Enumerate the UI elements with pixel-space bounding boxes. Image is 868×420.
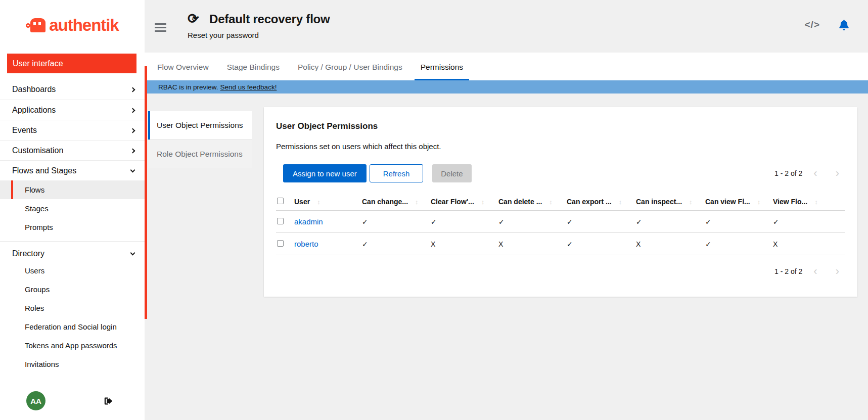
user-object-permissions-card: User Object Permissions Permissions set … (264, 107, 857, 297)
flow-gear-icon: ⟳ ⚙ (188, 12, 202, 26)
sidebar-item-users[interactable]: Users (0, 261, 145, 280)
card-title: User Object Permissions (276, 121, 845, 131)
select-all-checkbox[interactable] (277, 198, 284, 204)
column-header-view-flow: View Flo... (773, 198, 807, 206)
pagination-prev-icon[interactable]: ‹ (813, 170, 817, 177)
authentik-logo-text: authentik (49, 16, 119, 35)
row-checkbox[interactable] (277, 240, 284, 247)
sidebar-item-stages[interactable]: Stages (0, 199, 145, 218)
sort-icon[interactable]: ↕ (481, 198, 485, 206)
pagination-next-icon[interactable]: › (836, 268, 839, 275)
pagination-label: 1 - 2 of 2 (774, 169, 802, 177)
main-area: ⟳ ⚙ Default recovery flow Reset your pas… (145, 0, 868, 420)
tab-permissions[interactable]: Permissions (415, 63, 469, 80)
sidebar: authentik User interface Dashboards Appl… (0, 0, 145, 420)
chevron-right-icon (130, 148, 135, 153)
sidebar-item-tokens-and-app-passwords[interactable]: Tokens and App passwords (0, 336, 145, 355)
chevron-right-icon (130, 87, 135, 92)
notifications-bell-icon[interactable] (839, 20, 849, 30)
user-link-roberto[interactable]: roberto (294, 240, 318, 248)
column-header-can-inspect: Can inspect... (636, 198, 682, 206)
rbac-preview-banner: RBAC is in preview. Send us feedback! (145, 80, 868, 94)
sort-icon[interactable]: ↕ (619, 198, 622, 206)
sidebar-item-prompts[interactable]: Prompts (0, 218, 145, 237)
column-header-can-view: Can view Fl... (705, 198, 750, 206)
sidebar-item-invitations[interactable]: Invitations (0, 355, 145, 374)
pagination-bottom: 1 - 2 of 2 ‹ › (774, 267, 839, 275)
pagination-prev-icon[interactable]: ‹ (813, 268, 817, 275)
table-row-akadmin: akadmin ✓ ✓ ✓ ✓ ✓ ✓ ✓ (276, 211, 845, 233)
column-header-clear-flow: Clear Flow'... (431, 198, 474, 206)
header-actions: </> (805, 19, 856, 30)
sidebar-item-applications[interactable]: Applications (0, 100, 145, 120)
flow-tabs: Flow Overview Stage Bindings Policy / Gr… (145, 53, 868, 80)
user-interface-label: User interface (13, 59, 63, 68)
sidebar-item-user-interface[interactable]: User interface (7, 54, 136, 73)
sort-icon[interactable]: ↕ (689, 198, 693, 206)
sidebar-item-federation-and-social-login[interactable]: Federation and Social login (0, 317, 145, 336)
page-subtitle: Reset your password (188, 31, 330, 39)
pagination-top: 1 - 2 of 2 ‹ › (774, 169, 839, 177)
sidebar-item-groups[interactable]: Groups (0, 280, 145, 299)
page-title-block: ⟳ ⚙ Default recovery flow Reset your pas… (188, 12, 330, 39)
sort-icon[interactable]: ↕ (814, 198, 818, 206)
sidebar-item-flows[interactable]: Flows (0, 180, 145, 199)
avatar[interactable]: AA (26, 391, 45, 410)
card-description: Permissions set on users which affect th… (276, 142, 845, 151)
sidebar-item-events[interactable]: Events (0, 120, 145, 140)
pagination-next-icon[interactable]: › (836, 170, 839, 177)
sort-icon[interactable]: ↕ (415, 198, 419, 206)
sidebar-accent-bar (145, 66, 147, 319)
column-header-user: User (294, 198, 310, 206)
tab-flow-overview[interactable]: Flow Overview (151, 63, 215, 80)
sidebar-item-directory[interactable]: Directory (0, 241, 145, 261)
api-code-icon[interactable]: </> (805, 19, 820, 30)
refresh-button[interactable]: Refresh (370, 164, 424, 182)
authentik-logo: authentik (0, 0, 145, 51)
sidebar-item-flows-and-stages[interactable]: Flows and Stages (0, 160, 145, 180)
column-header-can-change: Can change... (362, 198, 408, 206)
subtab-user-object-permissions[interactable]: User Object Permissions (148, 111, 252, 139)
sidebar-footer: AA (0, 389, 145, 420)
toolbar: Assign to new user Refresh Delete 1 - 2 … (276, 164, 845, 182)
pagination-bottom-wrap: 1 - 2 of 2 ‹ › (276, 267, 845, 275)
table-header-row: User↕ Can change...↕ Clear Flow'...↕ Can… (276, 193, 845, 211)
content-area: User Object Permissions Role Object Perm… (145, 94, 868, 420)
table-row-roberto: roberto ✓ X X ✓ X ✓ X (276, 233, 845, 255)
delete-button[interactable]: Delete (432, 164, 471, 182)
page-header: ⟳ ⚙ Default recovery flow Reset your pas… (145, 0, 868, 53)
sidebar-item-dashboards[interactable]: Dashboards (0, 79, 145, 100)
row-checkbox[interactable] (277, 218, 284, 224)
permissions-table: User↕ Can change...↕ Clear Flow'...↕ Can… (276, 193, 845, 255)
chevron-right-icon (130, 108, 135, 113)
sidebar-item-customisation[interactable]: Customisation (0, 140, 145, 160)
chevron-down-icon (130, 250, 135, 255)
banner-text: RBAC is in preview. (158, 83, 218, 91)
tab-policy-group-user-bindings[interactable]: Policy / Group / User Bindings (292, 63, 408, 80)
column-header-can-export: Can export ... (567, 198, 612, 206)
assign-to-new-user-button[interactable]: Assign to new user (283, 164, 367, 182)
subtab-role-object-permissions[interactable]: Role Object Permissions (148, 139, 252, 168)
sidebar-item-roles[interactable]: Roles (0, 299, 145, 317)
hamburger-menu-icon[interactable] (155, 23, 166, 32)
user-link-akadmin[interactable]: akadmin (294, 217, 323, 226)
app-root: authentik User interface Dashboards Appl… (0, 0, 868, 420)
sort-icon[interactable]: ↕ (317, 198, 321, 206)
authentik-logo-icon (26, 17, 46, 33)
sign-out-icon[interactable] (104, 397, 113, 405)
column-header-can-delete: Can delete ... (498, 198, 542, 206)
chevron-down-icon (130, 167, 135, 172)
sort-icon[interactable]: ↕ (549, 198, 553, 206)
pagination-label: 1 - 2 of 2 (774, 267, 802, 275)
permission-subtabs: User Object Permissions Role Object Perm… (148, 111, 252, 168)
sidebar-nav: Dashboards Applications Events Customisa… (0, 79, 145, 389)
page-title: Default recovery flow (209, 12, 330, 26)
send-feedback-link[interactable]: Send us feedback! (220, 83, 277, 91)
tab-stage-bindings[interactable]: Stage Bindings (221, 63, 286, 80)
chevron-right-icon (130, 128, 135, 133)
sort-icon[interactable]: ↕ (757, 198, 761, 206)
